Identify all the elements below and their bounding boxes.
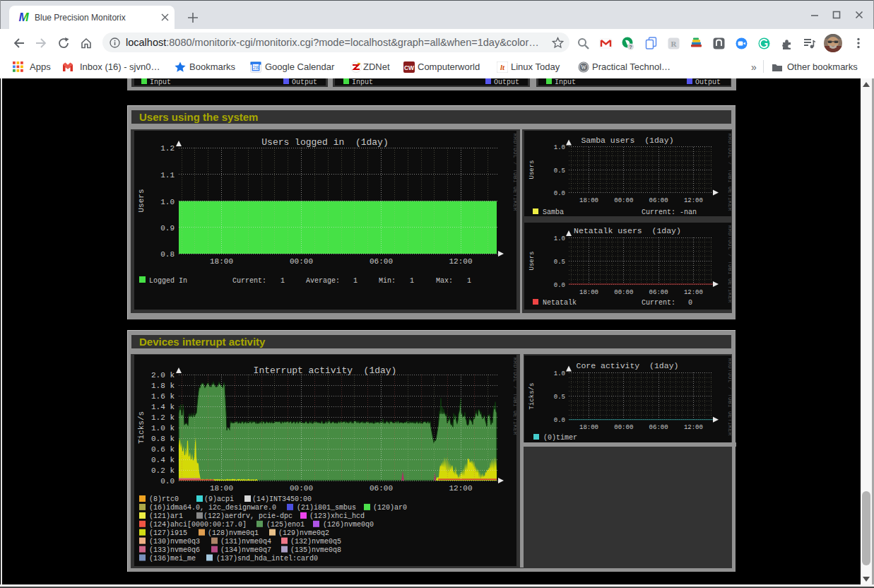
svg-text:06:00: 06:00 — [649, 197, 668, 204]
svg-text:(135)nvme0q8: (135)nvme0q8 — [290, 546, 341, 554]
svg-text:(136)mei_me: (136)mei_me — [149, 555, 196, 563]
svg-text:Output: Output — [695, 78, 721, 86]
svg-text:CW: CW — [404, 64, 415, 71]
svg-text:Current: -nan: Current: -nan — [642, 208, 697, 216]
svg-text:1.0: 1.0 — [554, 370, 565, 377]
svg-text:Samba: Samba — [543, 208, 564, 216]
svg-text:Samba users (1day): Samba users (1day) — [581, 136, 673, 145]
svg-text:0.5: 0.5 — [554, 259, 565, 266]
svg-text:W: W — [581, 64, 586, 71]
svg-text:1.6 k: 1.6 k — [151, 392, 175, 401]
svg-text:(137)snd_hda_intel:card0: (137)snd_hda_intel:card0 — [216, 555, 318, 563]
svg-text:Netatalk users (1day): Netatalk users (1day) — [574, 226, 681, 235]
svg-text:(131)nvme0q4: (131)nvme0q4 — [220, 538, 271, 546]
svg-text:28: 28 — [253, 65, 259, 70]
svg-text:0.8 k: 0.8 k — [151, 435, 175, 443]
svg-text:RRDTOOL / TOBI OETIKER: RRDTOOL / TOBI OETIKER — [727, 225, 731, 303]
svg-text:(14)INT3450:00: (14)INT3450:00 — [252, 495, 312, 503]
svg-text:Current:: Current: — [232, 277, 266, 285]
svg-text:06:00: 06:00 — [649, 424, 668, 431]
svg-text:(21)i801_smbus: (21)i801_smbus — [297, 504, 356, 512]
svg-text:1.4 k: 1.4 k — [151, 403, 175, 411]
svg-text:Users logged in (1day): Users logged in (1day) — [261, 137, 388, 148]
svg-text:06:00: 06:00 — [370, 257, 393, 266]
svg-text:00:00: 00:00 — [614, 197, 633, 204]
svg-text:1.0 k: 1.0 k — [151, 424, 175, 433]
svg-text:12:00: 12:00 — [684, 424, 703, 431]
svg-text:1.2: 1.2 — [160, 144, 175, 153]
svg-text:M: M — [18, 11, 29, 23]
svg-text:(128)nvme0q1: (128)nvme0q1 — [208, 529, 259, 537]
svg-text:0.0: 0.0 — [160, 477, 175, 486]
svg-text:0.5: 0.5 — [554, 394, 565, 401]
svg-text:R: R — [671, 40, 678, 48]
svg-text:18:00: 18:00 — [579, 197, 598, 204]
svg-text:?: ? — [629, 44, 632, 50]
svg-text:12:00: 12:00 — [449, 257, 472, 266]
svg-text:0.0: 0.0 — [554, 282, 565, 289]
svg-text:(133)nvme0q6: (133)nvme0q6 — [149, 546, 200, 554]
svg-text:00:00: 00:00 — [614, 289, 633, 296]
svg-text:1.1: 1.1 — [160, 171, 175, 180]
svg-text:(8)rtc0: (8)rtc0 — [149, 495, 179, 503]
svg-text:RRDTOOL / TOBI OETIKER: RRDTOOL / TOBI OETIKER — [512, 358, 516, 435]
svg-text:06:00: 06:00 — [370, 484, 393, 493]
svg-text:1: 1 — [410, 277, 414, 285]
svg-text:0.2 k: 0.2 k — [151, 466, 175, 475]
svg-text:(130)nvme0q3: (130)nvme0q3 — [149, 538, 200, 546]
svg-text:Input: Input — [150, 78, 171, 86]
svg-text:Output: Output — [292, 78, 317, 86]
svg-text:(120)ar0: (120)ar0 — [373, 504, 407, 512]
svg-text:(132)nvme0q5: (132)nvme0q5 — [290, 538, 341, 546]
svg-text:00:00: 00:00 — [290, 484, 313, 493]
svg-text:Ticks/s: Ticks/s — [528, 383, 536, 410]
svg-text:Average:: Average: — [306, 277, 340, 285]
svg-text:(122)aerdrv, pcie-dpc: (122)aerdrv, pcie-dpc — [203, 512, 293, 520]
svg-text:Ticks/s: Ticks/s — [137, 411, 146, 444]
svg-text:Current: 0: Current: 0 — [642, 299, 692, 307]
svg-text:12:00: 12:00 — [449, 484, 472, 493]
svg-text:0.5: 0.5 — [554, 167, 565, 175]
svg-text:2.0 k: 2.0 k — [151, 371, 175, 380]
svg-text:12:00: 12:00 — [684, 197, 703, 204]
svg-text:0.0: 0.0 — [554, 417, 565, 424]
svg-text:RRDTOOL / TOBI OETIKER: RRDTOOL / TOBI OETIKER — [727, 134, 731, 211]
svg-text:06:00: 06:00 — [649, 289, 668, 296]
svg-text:0.4 k: 0.4 k — [151, 456, 175, 464]
svg-text:1: 1 — [280, 277, 285, 285]
svg-text:(123)xhci_hcd: (123)xhci_hcd — [309, 512, 365, 520]
svg-text:1: 1 — [467, 277, 471, 285]
svg-text:RRDTOOL / TOBI OETIKER: RRDTOOL / TOBI OETIKER — [727, 358, 731, 436]
svg-text:Netatalk: Netatalk — [543, 299, 577, 307]
svg-text:18:00: 18:00 — [579, 289, 598, 296]
svg-text:(0)timer: (0)timer — [543, 434, 577, 442]
svg-text:1.8 k: 1.8 k — [151, 382, 175, 390]
svg-text:0.0: 0.0 — [554, 190, 565, 197]
svg-text:1.0: 1.0 — [554, 235, 565, 242]
svg-text:1: 1 — [353, 277, 358, 285]
svg-text:(16)idma64.0, i2c_designware.0: (16)idma64.0, i2c_designware.0 — [149, 504, 276, 512]
svg-text:Logged In: Logged In — [149, 277, 187, 285]
svg-text:12:00: 12:00 — [684, 289, 703, 296]
svg-text:lt: lt — [500, 63, 505, 71]
svg-text:Input: Input — [352, 78, 373, 86]
svg-text:18:00: 18:00 — [210, 257, 233, 266]
svg-text:(129)nvme0q2: (129)nvme0q2 — [278, 529, 329, 537]
svg-text:(124)ahci[0000:00:17.0]: (124)ahci[0000:00:17.0] — [149, 521, 247, 529]
svg-text:00:00: 00:00 — [614, 424, 633, 431]
svg-text:Input: Input — [555, 78, 576, 86]
svg-text:(125)eno1: (125)eno1 — [266, 521, 305, 529]
svg-text:18:00: 18:00 — [579, 424, 598, 431]
svg-text:18:00: 18:00 — [210, 484, 233, 493]
svg-text:1.2 k: 1.2 k — [151, 413, 175, 422]
svg-text:Core activity (1day): Core activity (1day) — [577, 361, 679, 370]
svg-text:0.6 k: 0.6 k — [151, 445, 175, 454]
svg-text:0.9: 0.9 — [160, 224, 175, 233]
svg-text:Min:: Min: — [379, 277, 396, 285]
svg-text:Users: Users — [137, 189, 146, 212]
svg-text:1.0: 1.0 — [160, 198, 175, 206]
svg-text:(127)i915: (127)i915 — [149, 529, 187, 537]
svg-text:00:00: 00:00 — [290, 257, 313, 266]
svg-text:Users: Users — [528, 251, 536, 270]
svg-text:(126)nvme0q0: (126)nvme0q0 — [323, 521, 374, 529]
